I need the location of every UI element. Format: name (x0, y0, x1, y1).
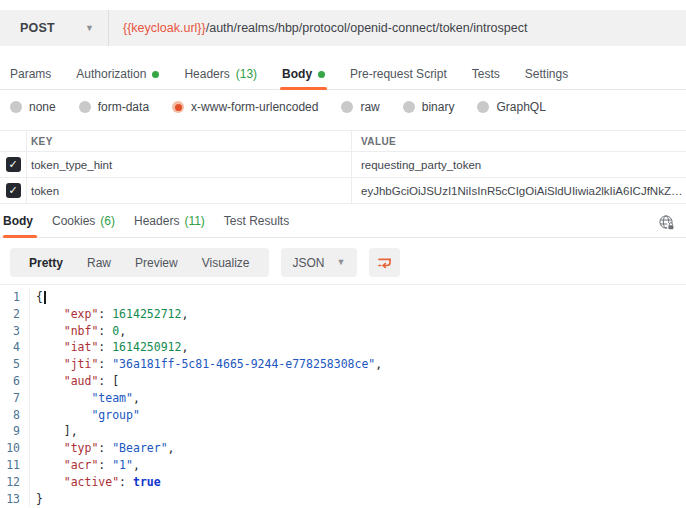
format-label: JSON (293, 256, 325, 270)
wrap-text-button[interactable] (369, 248, 400, 277)
response-tab-headers[interactable]: Headers(11) (134, 204, 205, 237)
row-checkbox[interactable]: ✓ (6, 183, 21, 198)
body-mode-x-www-form-urlencoded[interactable]: x-www-form-urlencoded (172, 100, 318, 114)
table-row: ✓token_type_hintrequesting_party_token (0, 152, 686, 178)
code-line: 3 "nbf": 0, (0, 323, 686, 340)
line-number: 8 (0, 407, 30, 424)
code-line: 13} (0, 491, 686, 508)
body-mode-form-data[interactable]: form-data (79, 100, 149, 114)
body-mode-label: form-data (98, 100, 149, 114)
view-tab-visualize[interactable]: Visualize (190, 256, 262, 270)
radio-icon (10, 101, 22, 113)
body-mode-none[interactable]: none (10, 100, 56, 114)
radio-icon (79, 101, 91, 113)
body-mode-label: GraphQL (496, 100, 545, 114)
url-input[interactable]: {{keycloak.url}}/auth/realms/hbp/protoco… (109, 21, 686, 35)
line-number: 1 (0, 289, 30, 306)
url-path: /auth/realms/hbp/protocol/openid-connect… (206, 21, 528, 35)
body-mode-raw[interactable]: raw (341, 100, 379, 114)
format-select[interactable]: JSON ▼ (281, 248, 358, 277)
tab-tests[interactable]: Tests (472, 59, 500, 89)
line-number: 9 (0, 423, 30, 440)
code-line: 10 "typ": "Bearer", (0, 440, 686, 457)
wrap-text-icon (377, 255, 393, 271)
code-line: 6 "aud": [ (0, 373, 686, 390)
param-key[interactable]: token_type_hint (31, 159, 351, 171)
view-tab-raw[interactable]: Raw (75, 256, 123, 270)
radio-icon (403, 101, 415, 113)
tab-count: (11) (184, 214, 204, 228)
body-mode-binary[interactable]: binary (403, 100, 455, 114)
tab-count: (13) (236, 67, 257, 81)
code-line: 1{ (0, 289, 686, 306)
tab-body[interactable]: Body (282, 59, 325, 89)
tab-label: Body (3, 214, 33, 228)
method-label: POST (20, 21, 55, 35)
text-cursor (44, 291, 47, 304)
tab-headers[interactable]: Headers(13) (184, 59, 257, 89)
code-line: 8 "group" (0, 407, 686, 424)
line-number: 10 (0, 440, 30, 457)
tab-params[interactable]: Params (10, 59, 51, 89)
tab-authorization[interactable]: Authorization (76, 59, 159, 89)
chevron-down-icon: ▼ (85, 24, 94, 33)
code-line: 5 "jti": "36a181ff-5c81-4665-9244-e77825… (0, 356, 686, 373)
tab-pre-request-script[interactable]: Pre-request Script (350, 59, 447, 89)
network-info-button[interactable] (656, 212, 676, 232)
param-value[interactable]: eyJhbGciOiJSUzI1NiIsInR5cCIgOiAiSldUIiwi… (361, 185, 686, 197)
row-checkbox[interactable]: ✓ (6, 157, 21, 172)
view-mode-tabs: PrettyRawPreviewVisualize (10, 248, 269, 277)
code-line: 12 "active": true (0, 474, 686, 491)
tab-label: Body (282, 67, 312, 81)
table-row: ✓tokeneyJhbGciOiJSUzI1NiIsInR5cCIgOiAiSl… (0, 178, 686, 204)
line-number: 6 (0, 373, 30, 390)
tab-label: Test Results (224, 214, 289, 228)
value-column-header: VALUE (361, 136, 396, 147)
tab-label: Pre-request Script (350, 67, 447, 81)
url-variable: {{keycloak.url}} (123, 21, 206, 35)
view-tab-pretty[interactable]: Pretty (17, 256, 75, 270)
line-number: 12 (0, 474, 30, 491)
response-tab-body[interactable]: Body (3, 204, 33, 237)
globe-lock-icon (658, 214, 675, 231)
status-dot-icon (318, 71, 325, 78)
tab-count: (6) (100, 214, 115, 228)
body-mode-label: none (29, 100, 56, 114)
response-tab-cookies[interactable]: Cookies(6) (52, 204, 115, 237)
radio-icon (477, 101, 489, 113)
tab-label: Cookies (52, 214, 95, 228)
url-bar: POST ▼ {{keycloak.url}}/auth/realms/hbp/… (0, 10, 686, 46)
response-tab-test-results[interactable]: Test Results (224, 204, 289, 237)
tab-label: Headers (134, 214, 179, 228)
body-mode-label: x-www-form-urlencoded (191, 100, 318, 114)
method-dropdown[interactable]: POST ▼ (0, 10, 108, 46)
line-number: 2 (0, 306, 30, 323)
line-number: 7 (0, 390, 30, 407)
code-line: 9 ], (0, 423, 686, 440)
code-line: 2 "exp": 1614252712, (0, 306, 686, 323)
body-mode-label: raw (360, 100, 379, 114)
param-key[interactable]: token (31, 185, 351, 197)
code-line: 11 "acr": "1", (0, 457, 686, 474)
urlencoded-params-table: KEY VALUE ✓token_type_hintrequesting_par… (0, 130, 686, 204)
tab-label: Headers (184, 67, 229, 81)
response-tabs: BodyCookies(6)Headers(11)Test Results (0, 204, 686, 238)
code-line: 4 "iat": 1614250912, (0, 339, 686, 356)
line-number: 13 (0, 491, 30, 508)
response-view-toolbar: PrettyRawPreviewVisualize JSON ▼ (10, 248, 400, 277)
body-mode-graphql[interactable]: GraphQL (477, 100, 545, 114)
line-number: 3 (0, 323, 30, 340)
radio-icon (172, 101, 184, 113)
body-mode-label: binary (422, 100, 455, 114)
radio-icon (341, 101, 353, 113)
tab-label: Authorization (76, 67, 146, 81)
code-line: 7 "team", (0, 390, 686, 407)
key-column-header: KEY (31, 136, 53, 147)
tab-settings[interactable]: Settings (525, 59, 568, 89)
param-value[interactable]: requesting_party_token (361, 159, 686, 171)
line-number: 11 (0, 457, 30, 474)
view-tab-preview[interactable]: Preview (123, 256, 190, 270)
line-number: 5 (0, 356, 30, 373)
request-tabs: ParamsAuthorizationHeaders(13)BodyPre-re… (0, 59, 686, 90)
response-body-json: 1{2 "exp": 1614252712,3 "nbf": 0,4 "iat"… (0, 284, 686, 508)
